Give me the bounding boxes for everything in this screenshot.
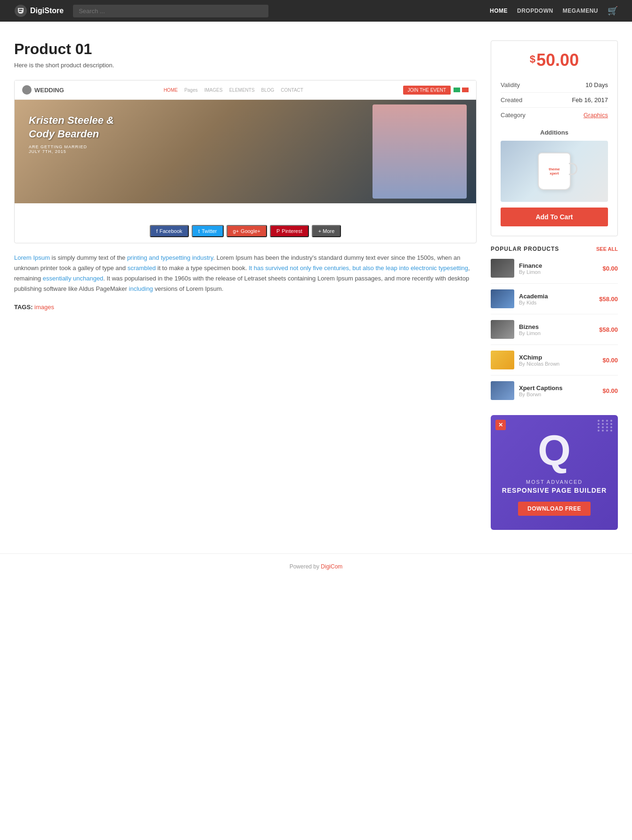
- product-thumb-xchimp: [491, 351, 514, 369]
- product-thumb-academia: [491, 289, 514, 308]
- wedding-header: WEDDING HOME Pages IMAGES ELEMENTS BLOG …: [15, 80, 476, 100]
- product-by-biznes: By Limon: [519, 330, 594, 336]
- product-body-text: Lorem Ipsum is simply dummy text of the …: [14, 253, 477, 294]
- footer-text: Powered by: [290, 563, 319, 570]
- couple-silhouette: [373, 104, 467, 199]
- validity-label: Validity: [501, 81, 520, 88]
- list-item: Academia By Kids $58.00: [491, 289, 618, 314]
- product-name-xpert: Xpert Captions: [519, 384, 598, 392]
- product-price-biznes: $58.00: [599, 326, 618, 333]
- product-name-xchimp: XChimp: [519, 354, 598, 361]
- price-display: $ 50.00: [501, 50, 608, 70]
- popular-products-title: POPULAR PRODUCTS: [491, 246, 559, 252]
- flag-red: [462, 88, 469, 92]
- list-item: Finance By Limon $0.00: [491, 259, 618, 284]
- main-content: Product 01 Here is the short product des…: [14, 40, 477, 530]
- nav-dropdown[interactable]: DROPDOWN: [517, 8, 553, 14]
- tags-label: TAGS:: [14, 304, 32, 311]
- meta-category: Category Graphics: [501, 108, 608, 122]
- twitter-btn[interactable]: t Twitter: [192, 225, 223, 237]
- nav-home[interactable]: HOME: [490, 8, 508, 14]
- footer-link[interactable]: DigiCom: [321, 563, 342, 570]
- see-all-link[interactable]: SEE ALL: [596, 246, 618, 252]
- logo[interactable]: DigiStore: [14, 4, 64, 17]
- social-buttons: f Facebook t Twitter g+ Google+ P Pinter…: [15, 219, 476, 243]
- product-image-box: WEDDING HOME Pages IMAGES ELEMENTS BLOG …: [14, 80, 477, 243]
- sidebar: $ 50.00 Validity 10 Days Created Feb 16,…: [491, 40, 618, 530]
- wedding-logo: WEDDING: [22, 85, 64, 95]
- list-item: XChimp By Nicolas Brown $0.00: [491, 351, 618, 376]
- wedding-subtext: ARE GETTING MARRIEDJULY 7TH, 2015: [29, 144, 114, 154]
- countdown-4: 41: [264, 207, 272, 216]
- banner-x-icon: ✕: [495, 420, 506, 430]
- countdown-bar: 41 04 11 41 55: [15, 203, 476, 219]
- validity-value: 10 Days: [585, 81, 608, 88]
- meta-validity: Validity 10 Days: [501, 78, 608, 93]
- category-label: Category: [501, 112, 526, 119]
- download-free-button[interactable]: DOWNLOAD FREE: [518, 502, 591, 516]
- product-description: Here is the short product description.: [14, 62, 477, 69]
- product-list-info: Biznes By Limon: [519, 323, 594, 336]
- wedding-couple-names: Kristen Steelee &Cody Bearden: [29, 114, 114, 141]
- product-thumb-finance: [491, 259, 514, 278]
- countdown-3: 11: [241, 207, 250, 216]
- countdown-5: 55: [286, 207, 295, 216]
- svg-rect-2: [19, 11, 22, 12]
- product-list-info: Finance By Limon: [519, 262, 598, 275]
- price-dollar-sign: $: [530, 53, 535, 65]
- googleplus-btn[interactable]: g+ Google+: [227, 225, 267, 237]
- product-thumb-xpert: [491, 381, 514, 400]
- mug-handle: [569, 163, 577, 175]
- page-wrapper: Product 01 Here is the short product des…: [0, 22, 632, 539]
- tag-images[interactable]: images: [34, 304, 54, 311]
- wedding-logo-icon: [22, 85, 32, 95]
- created-value: Feb 16, 2017: [572, 96, 608, 104]
- add-to-cart-button[interactable]: Add To Cart: [501, 208, 608, 226]
- product-by-xchimp: By Nicolas Brown: [519, 361, 598, 367]
- product-price-finance: $0.00: [602, 265, 618, 272]
- price-box: $ 50.00 Validity 10 Days Created Feb 16,…: [491, 40, 618, 236]
- wedding-nav-home: HOME: [163, 88, 178, 93]
- pinterest-btn[interactable]: P Pinterest: [270, 225, 309, 237]
- wedding-text-overlay: Kristen Steelee &Cody Bearden ARE GETTIN…: [29, 114, 114, 154]
- svg-rect-1: [19, 9, 23, 10]
- popular-products-header: POPULAR PRODUCTS SEE ALL: [491, 246, 618, 252]
- banner-q-letter: Q: [500, 429, 608, 472]
- mug-logo: themexpert: [549, 167, 560, 176]
- category-value[interactable]: Graphics: [583, 112, 608, 119]
- product-thumb-biznes: [491, 320, 514, 339]
- header: DigiStore HOME DROPDOWN MEGAMENU 🛒: [0, 0, 632, 22]
- product-list-info: XChimp By Nicolas Brown: [519, 354, 598, 367]
- product-name-biznes: Biznes: [519, 323, 594, 330]
- more-btn[interactable]: + More: [312, 225, 341, 237]
- flag-green: [454, 88, 460, 92]
- meta-created: Created Feb 16, 2017: [501, 93, 608, 108]
- search-input[interactable]: [73, 5, 268, 17]
- facebook-btn[interactable]: f Facebook: [150, 225, 189, 237]
- product-list-info: Academia By Kids: [519, 293, 594, 305]
- product-name-finance: Finance: [519, 262, 598, 269]
- wedding-flags: [454, 88, 469, 92]
- additions-label: Additions: [501, 129, 608, 136]
- join-event-btn[interactable]: JOIN THE EVENT: [403, 86, 451, 95]
- main-nav: HOME DROPDOWN MEGAMENU 🛒: [490, 6, 618, 16]
- list-item: Biznes By Limon $58.00: [491, 320, 618, 345]
- product-price-xpert: $0.00: [602, 387, 618, 394]
- addition-image: themexpert: [501, 141, 608, 202]
- product-by-finance: By Limon: [519, 269, 598, 275]
- wedding-hero-image: Kristen Steelee &Cody Bearden ARE GETTIN…: [15, 100, 476, 203]
- tags-section: TAGS: images: [14, 304, 477, 311]
- banner-title-text: RESPONSIVE PAGE BUILDER: [500, 487, 608, 494]
- popular-products: POPULAR PRODUCTS SEE ALL Finance By Limo…: [491, 246, 618, 406]
- countdown-1: 41: [196, 207, 205, 216]
- created-label: Created: [501, 96, 522, 104]
- cart-icon[interactable]: 🛒: [608, 6, 618, 16]
- product-meta: Validity 10 Days Created Feb 16, 2017 Ca…: [501, 78, 608, 122]
- logo-icon: [14, 4, 27, 17]
- product-price-xchimp: $0.00: [602, 357, 618, 364]
- product-by-academia: By Kids: [519, 300, 594, 305]
- footer: Powered by DigiCom: [0, 553, 632, 579]
- product-price-academia: $58.00: [599, 296, 618, 303]
- nav-megamenu[interactable]: MEGAMENU: [563, 8, 598, 14]
- product-by-xpert: By Borwn: [519, 392, 598, 397]
